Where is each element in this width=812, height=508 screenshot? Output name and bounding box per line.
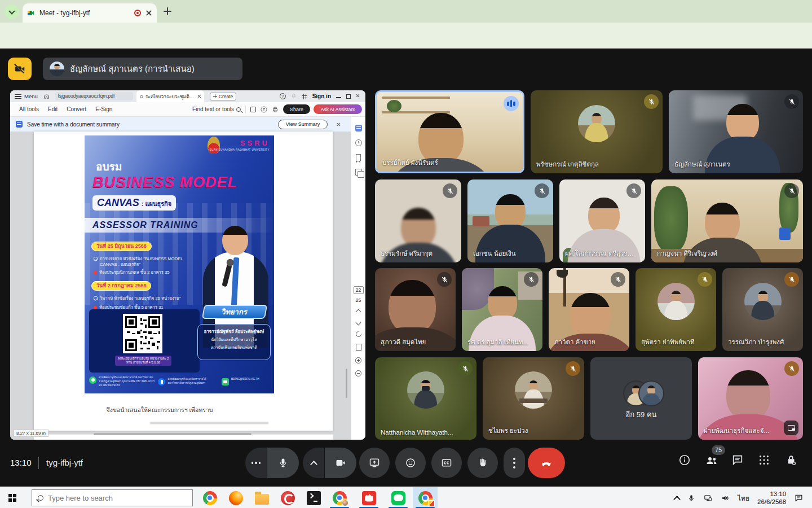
chat-panel-button[interactable] — [731, 454, 744, 466]
presenter-banner[interactable]: ธัญลักษณ์ สุภาเนตร (การนำเสนอ) — [43, 58, 242, 80]
tray-expand-icon[interactable] — [673, 496, 681, 503]
help-icon[interactable]: ? — [280, 93, 286, 99]
raise-hand-button[interactable] — [467, 448, 498, 478]
end-call-button[interactable] — [528, 448, 565, 478]
camera-toggle-button[interactable] — [325, 448, 356, 478]
h-scrollbar-thumb[interactable] — [94, 433, 251, 435]
participant-tile[interactable]: รศ.ดร.สุมาลี เทียนท... — [462, 268, 542, 351]
previous-page-icon[interactable] — [356, 309, 361, 315]
overflow-avatar — [638, 380, 664, 406]
taskbar-chrome-active[interactable] — [413, 487, 438, 508]
browser-tab[interactable]: Meet - tyg-ifbj-ytf — [23, 3, 157, 23]
home-icon[interactable] — [43, 93, 50, 99]
shared-screen-tile[interactable]: Menu lsjgaoodyaeqxaoczfqm.pdf ระเบียบวาร… — [10, 90, 365, 440]
participant-tile[interactable]: ธัญลักษณ์ สุภาเนตร — [669, 90, 803, 173]
tab-search-button[interactable] — [5, 5, 19, 19]
share-button[interactable]: Share — [283, 104, 310, 114]
participant-tile[interactable]: เอกชน น้อยเงิน — [467, 179, 553, 262]
sign-in-button[interactable]: Sign in — [312, 93, 331, 99]
esign-menu[interactable]: E-Sign — [95, 106, 112, 112]
maximize-icon[interactable] — [346, 94, 351, 99]
mic-options-button[interactable] — [245, 448, 267, 478]
action-center-icon[interactable] — [794, 493, 804, 502]
participant-tile[interactable]: ชไมพร ยะปวง — [483, 357, 584, 440]
start-button[interactable] — [8, 494, 12, 497]
rotate-icon[interactable] — [354, 330, 362, 338]
mic-off-icon — [566, 361, 580, 376]
minimize-icon[interactable] — [336, 97, 341, 98]
overflow-tile[interactable]: อีก 59 คน — [590, 357, 692, 440]
page-number-input[interactable]: 22 — [354, 286, 364, 294]
participant-tile[interactable]: ภาวิตา ค้าขาย — [549, 268, 629, 351]
mic-off-icon — [698, 272, 712, 287]
ai-assistant-icon[interactable] — [355, 125, 362, 132]
bookmark-icon[interactable] — [356, 154, 361, 161]
save-icon[interactable] — [250, 107, 256, 112]
participant-tile[interactable]: วรรณวิภา บำรุงพงศ์ — [722, 268, 803, 351]
taskbar-ccleaner[interactable] — [275, 487, 300, 508]
participant-tile[interactable]: สุพัตรา ย่าทิพย์พาที — [636, 268, 716, 351]
convert-menu[interactable]: Convert — [67, 106, 86, 112]
language-indicator[interactable]: ไทย — [738, 493, 749, 503]
page-thumbnails-icon[interactable] — [355, 169, 362, 176]
acrobat-tab-1[interactable]: lsjgaoodyaeqxaoczfqm.pdf — [55, 92, 133, 100]
hamburger-menu-icon[interactable] — [15, 94, 21, 99]
banner-close-icon[interactable] — [337, 122, 341, 126]
acrobat-menu-label[interactable]: Menu — [24, 93, 38, 99]
picture-in-picture-button[interactable] — [784, 421, 798, 435]
bell-icon[interactable] — [291, 93, 297, 99]
fit-page-icon[interactable] — [356, 344, 361, 351]
mic-toggle-button[interactable] — [267, 448, 299, 478]
people-panel-button[interactable] — [705, 454, 718, 467]
participant-tile[interactable]: กาญจนา ศิริเจริญวงศ์ — [651, 179, 803, 262]
taskbar-chrome-profile[interactable] — [327, 487, 352, 508]
reactions-button[interactable] — [395, 448, 426, 478]
acrobat-tab-2[interactable]: ระเบียบวาระประชุมติดตาม ครั้... — [136, 90, 204, 102]
participant-tile[interactable]: บรรย์กิตย์ ผังนิรันดร์ — [375, 90, 524, 173]
activities-button[interactable] — [758, 454, 770, 466]
host-controls-button[interactable] — [785, 454, 797, 466]
participant-tile[interactable]: ผศ.โสภาวรรณ ตรีสุวรร... — [559, 179, 645, 262]
volume-icon[interactable] — [721, 494, 730, 502]
view-summary-button[interactable]: View Summary — [278, 120, 328, 129]
tab-close-icon[interactable] — [197, 94, 201, 98]
next-page-icon[interactable] — [356, 320, 361, 326]
v-scrollbar-thumb[interactable] — [346, 369, 347, 398]
recent-icon[interactable] — [355, 139, 362, 146]
participant-tile[interactable]: ธรรมรักษ์ ศรีมารุต — [375, 179, 461, 262]
zoom-in-icon[interactable] — [355, 357, 361, 364]
captions-button[interactable] — [431, 448, 462, 478]
tray-mic-icon[interactable] — [687, 494, 695, 502]
search-input[interactable] — [48, 494, 172, 502]
participant-tile[interactable]: พรัชษกรณ์ เกตุลิขิตกุล — [531, 90, 663, 173]
close-icon[interactable] — [356, 94, 361, 99]
tray-clock[interactable]: 13:10 26/6/2568 — [757, 490, 786, 506]
taskbar-chrome[interactable] — [197, 487, 222, 508]
participant-tile[interactable]: Natthanicha Witthayath... — [375, 357, 476, 440]
meeting-details-button[interactable] — [678, 454, 691, 466]
all-tools-menu[interactable]: All tools — [19, 106, 39, 112]
zoom-out-icon[interactable] — [355, 370, 361, 376]
speaker-ribbon: วิทยากร — [202, 305, 267, 319]
create-button[interactable]: Create — [210, 93, 237, 100]
taskbar-firefox[interactable] — [223, 487, 248, 508]
taskbar-line[interactable] — [386, 487, 411, 508]
tab-close-icon[interactable] — [145, 10, 152, 16]
participant-tile[interactable]: สุภาวดี สมุดไทย — [375, 268, 456, 351]
taskbar-terminal[interactable] — [301, 487, 326, 508]
taskbar-red-app[interactable] — [356, 487, 381, 508]
find-tools[interactable]: Find text or tools — [192, 106, 241, 112]
more-options-button[interactable] — [504, 448, 525, 478]
edit-menu[interactable]: Edit — [48, 106, 58, 112]
taskbar-file-explorer[interactable] — [249, 487, 274, 508]
pdf-document-area[interactable]: SSRU SUAN SUNANDHA RAJABHAT UNIVERSITY อ… — [10, 132, 351, 440]
present-button[interactable] — [359, 448, 390, 478]
ask-ai-button[interactable]: Ask AI Assistant — [314, 104, 362, 114]
network-icon[interactable] — [703, 494, 713, 502]
print-icon[interactable] — [272, 106, 279, 113]
taskbar-search[interactable] — [32, 489, 193, 506]
camera-options-button[interactable] — [303, 448, 324, 478]
participant-tile[interactable]: ฝ่ายพัฒนาธุรกิจและจั... — [698, 357, 803, 440]
upload-icon[interactable] — [261, 106, 267, 113]
apps-grid-icon[interactable] — [302, 94, 307, 99]
